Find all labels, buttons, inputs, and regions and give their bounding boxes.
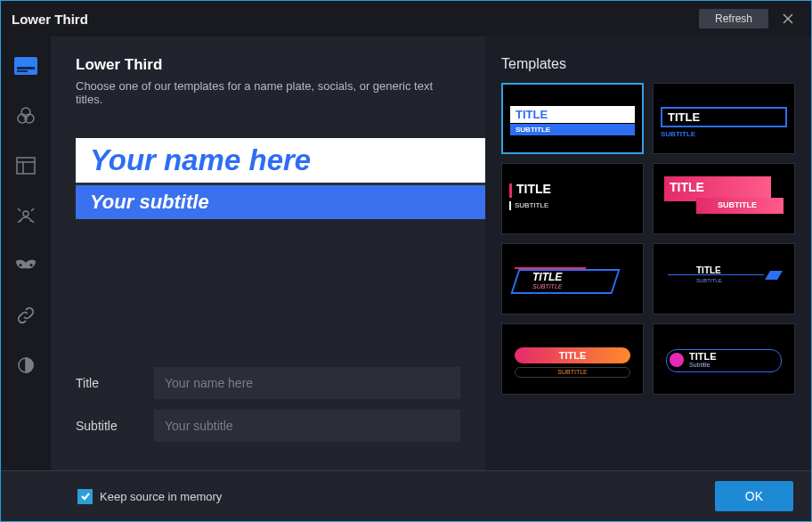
sidebar-item-contrast[interactable] xyxy=(12,352,39,379)
titlebar: Lower Third Refresh xyxy=(1,1,811,37)
title-label: Title xyxy=(76,376,154,390)
template-subtitle: SUBTITLE xyxy=(532,283,562,290)
keep-source-label: Keep source in memory xyxy=(100,490,222,503)
template-title: TITLE xyxy=(532,271,562,283)
template-item[interactable]: TITLE Subtitle xyxy=(653,323,795,395)
template-title: TITLE xyxy=(689,351,717,362)
preview-title: Your name here xyxy=(76,138,491,185)
footer: Keep source in memory OK xyxy=(1,470,811,521)
content-description: Choose one of our templates for a name p… xyxy=(76,79,460,106)
template-title: TITLE xyxy=(696,265,721,275)
close-button[interactable] xyxy=(775,6,800,31)
template-item[interactable]: TITLE SUBTITLE xyxy=(501,323,644,395)
layout-icon xyxy=(16,157,36,175)
sidebar-item-link[interactable] xyxy=(12,302,39,329)
sidebar-item-mask[interactable] xyxy=(12,252,39,279)
template-subtitle: SUBTITLE xyxy=(661,130,695,138)
window-title: Lower Third xyxy=(12,12,88,27)
preview: Your name here Your subtitle xyxy=(76,138,491,219)
keep-source-checkbox[interactable] xyxy=(77,489,93,504)
template-subtitle: SUBTITLE xyxy=(515,367,630,378)
subtitle-label: Subtitle xyxy=(76,419,154,433)
templates-pane: Templates TITLE SUBTITLE TITLE SUBTITLE … xyxy=(485,37,811,470)
color-correction-icon xyxy=(16,106,36,126)
sidebar-item-virtual-bg[interactable] xyxy=(12,202,39,229)
template-item[interactable]: TITLE SUBTITLE xyxy=(501,163,644,234)
template-title: TITLE xyxy=(510,106,635,123)
sidebar-item-lower-third[interactable] xyxy=(12,53,39,79)
template-item[interactable]: TITLE SUBTITLE xyxy=(501,83,644,154)
template-subtitle: SUBTITLE xyxy=(510,124,635,135)
virtual-bg-icon xyxy=(16,206,36,225)
form: Title Subtitle xyxy=(76,367,460,453)
sidebar-item-color[interactable] xyxy=(12,102,39,129)
title-input[interactable] xyxy=(154,367,460,399)
window: Lower Third Refresh xyxy=(0,0,812,522)
template-subtitle: Subtitle xyxy=(689,362,710,368)
contrast-icon xyxy=(17,356,35,374)
link-icon xyxy=(16,306,36,325)
template-title: TITLE xyxy=(516,182,551,196)
svg-point-11 xyxy=(23,211,28,216)
svg-line-13 xyxy=(31,208,34,211)
svg-line-12 xyxy=(18,208,20,211)
check-icon xyxy=(80,491,91,502)
template-subtitle: SUBTITLE xyxy=(718,200,757,209)
template-subtitle: SUBTITLE xyxy=(696,278,722,283)
template-item[interactable]: TITLE SUBTITLE xyxy=(653,243,795,314)
refresh-button[interactable]: Refresh xyxy=(699,9,768,29)
lower-third-icon xyxy=(14,57,37,75)
template-title: TITLE xyxy=(670,180,704,194)
ok-button[interactable]: OK xyxy=(715,481,793,511)
sidebar xyxy=(1,37,51,470)
templates-heading: Templates xyxy=(501,56,795,72)
svg-rect-4 xyxy=(17,70,28,72)
template-title: TITLE xyxy=(515,347,630,363)
close-icon xyxy=(782,12,794,25)
content-pane: Lower Third Choose one of our templates … xyxy=(51,37,485,470)
preview-subtitle: Your subtitle xyxy=(76,185,491,219)
subtitle-input[interactable] xyxy=(154,410,460,442)
template-item[interactable]: TITLE SUBTITLE xyxy=(653,83,795,154)
template-item[interactable]: TITLE SUBTITLE xyxy=(501,243,644,314)
content-heading: Lower Third xyxy=(76,56,460,74)
template-subtitle: SUBTITLE xyxy=(515,201,548,209)
template-item[interactable]: TITLE SUBTITLE xyxy=(653,163,795,234)
sidebar-item-layout[interactable] xyxy=(12,152,39,179)
svg-rect-8 xyxy=(17,158,35,174)
template-title: TITLE xyxy=(668,110,700,124)
svg-rect-3 xyxy=(17,67,35,69)
mask-icon xyxy=(14,259,37,272)
